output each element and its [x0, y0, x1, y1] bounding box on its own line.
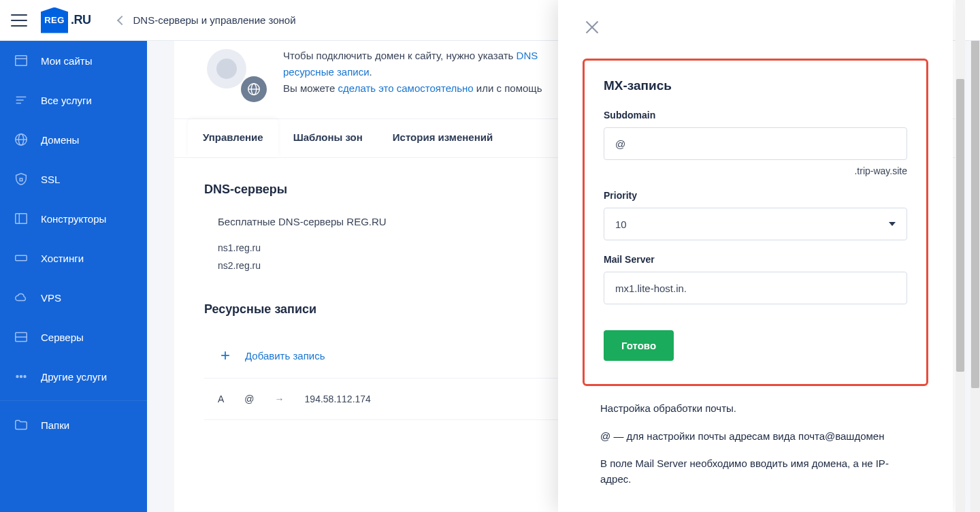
sidebar-item-hosting[interactable]: Хостинги: [0, 238, 147, 278]
breadcrumb[interactable]: DNS-серверы и управление зоной: [118, 14, 296, 26]
sidebar-item-label: Серверы: [41, 332, 84, 343]
svg-point-15: [16, 376, 18, 378]
svg-rect-11: [16, 255, 27, 260]
sidebar-item-label: VPS: [41, 292, 61, 304]
priority-label: Priority: [604, 190, 907, 201]
folder-icon: [14, 417, 29, 432]
sidebar-item-label: Хостинги: [41, 253, 84, 264]
sidebar-item-label: Все услуги: [41, 95, 92, 106]
submit-button[interactable]: Готово: [604, 330, 674, 361]
svg-rect-0: [16, 56, 27, 66]
sites-icon: [14, 53, 29, 68]
sidebar-item-label: Конструкторы: [41, 213, 106, 225]
notice-text-fragment: Чтобы подключить домен к сайту, нужно ук…: [283, 50, 517, 61]
help-text: Настройка обработки почты. @ — для настр…: [558, 386, 953, 512]
notice-text-fragment: Вы можете: [283, 82, 338, 94]
arrow-right-icon: →: [275, 394, 284, 404]
builder-icon: [14, 211, 29, 226]
notice-illustration: [201, 48, 267, 102]
tab-management[interactable]: Управление: [188, 119, 278, 157]
sidebar-item-label: Домены: [41, 134, 79, 146]
subdomain-label: Subdomain: [604, 110, 907, 121]
logo-suffix: .RU: [71, 13, 91, 27]
close-button[interactable]: [583, 18, 602, 37]
shield-lock-icon: [14, 172, 29, 187]
outer-scrollbar[interactable]: [970, 0, 980, 512]
notice-text-fragment: или с помощь: [474, 82, 542, 94]
plus-icon: +: [218, 348, 233, 363]
field-subdomain: Subdomain .trip-way.site: [604, 110, 907, 176]
globe-icon: [241, 76, 267, 102]
sidebar-item-label: Мои сайты: [41, 55, 92, 67]
priority-select[interactable]: 10: [604, 208, 907, 240]
subdomain-input[interactable]: [604, 127, 907, 160]
cloud-icon: [14, 290, 29, 305]
help-line: @ — для настройки почты адресам вида поч…: [600, 429, 911, 445]
sidebar-item-label: Папки: [41, 419, 69, 431]
form-title: MX-запись: [604, 78, 907, 93]
sidebar-item-builders[interactable]: Конструкторы: [0, 199, 147, 238]
more-icon: [14, 369, 29, 384]
sidebar-item-folders[interactable]: Папки: [0, 405, 147, 445]
svg-point-16: [20, 376, 22, 378]
mx-drawer: MX-запись Subdomain .trip-way.site Prior…: [558, 0, 953, 512]
hosting-icon: [14, 251, 29, 266]
sidebar-item-ssl[interactable]: SSL: [0, 159, 147, 199]
sidebar-item-domains[interactable]: Домены: [0, 120, 147, 159]
chevron-down-icon: [889, 222, 896, 226]
sidebar-item-my-sites[interactable]: Мои сайты: [0, 41, 147, 80]
sidebar-item-all-services[interactable]: Все услуги: [0, 80, 147, 120]
field-priority: Priority 10: [604, 190, 907, 240]
server-icon: [14, 330, 29, 345]
globe-icon: [14, 132, 29, 147]
logo[interactable]: REG .RU: [41, 7, 91, 33]
inner-scrollbar[interactable]: [956, 0, 965, 512]
record-name: @: [244, 394, 254, 404]
sidebar-divider: [0, 400, 147, 401]
link-diy[interactable]: сделать это самостоятельно: [338, 82, 474, 94]
add-record-label: Добавить запись: [245, 350, 325, 362]
sidebar-item-label: SSL: [41, 174, 60, 185]
record-type: A: [218, 394, 224, 404]
priority-value: 10: [615, 219, 627, 230]
breadcrumb-title: DNS-серверы и управление зоной: [133, 14, 296, 26]
chevron-left-icon: [116, 15, 126, 25]
tab-history[interactable]: История изменений: [378, 119, 508, 157]
mailserver-input[interactable]: [604, 272, 907, 304]
field-mailserver: Mail Server: [604, 254, 907, 304]
link-dns[interactable]: DNS: [517, 50, 538, 61]
svg-rect-9: [16, 214, 27, 224]
help-line: В поле Mail Server необходимо вводить им…: [600, 456, 911, 487]
record-value: 194.58.112.174: [305, 394, 371, 404]
list-icon: [14, 93, 29, 108]
logo-badge: REG: [41, 7, 68, 33]
sidebar: Мои сайты Все услуги Домены SSL Конструк…: [0, 41, 147, 512]
link-resource-records[interactable]: ресурсные записи: [283, 66, 370, 78]
sidebar-item-servers[interactable]: Серверы: [0, 317, 147, 357]
mx-form-highlight: MX-запись Subdomain .trip-way.site Prior…: [583, 59, 928, 386]
help-line: Настройка обработки почты.: [600, 401, 911, 417]
domain-suffix: .trip-way.site: [604, 165, 907, 176]
tab-zone-templates[interactable]: Шаблоны зон: [278, 119, 378, 157]
sidebar-item-other[interactable]: Другие услуги: [0, 357, 147, 396]
sidebar-item-label: Другие услуги: [41, 371, 107, 383]
svg-point-17: [24, 376, 26, 378]
mailserver-label: Mail Server: [604, 254, 907, 265]
menu-toggle[interactable]: [11, 14, 27, 27]
notice-text: Чтобы подключить домен к сайту, нужно ук…: [283, 48, 542, 102]
sidebar-item-vps[interactable]: VPS: [0, 278, 147, 317]
svg-rect-8: [20, 178, 22, 181]
